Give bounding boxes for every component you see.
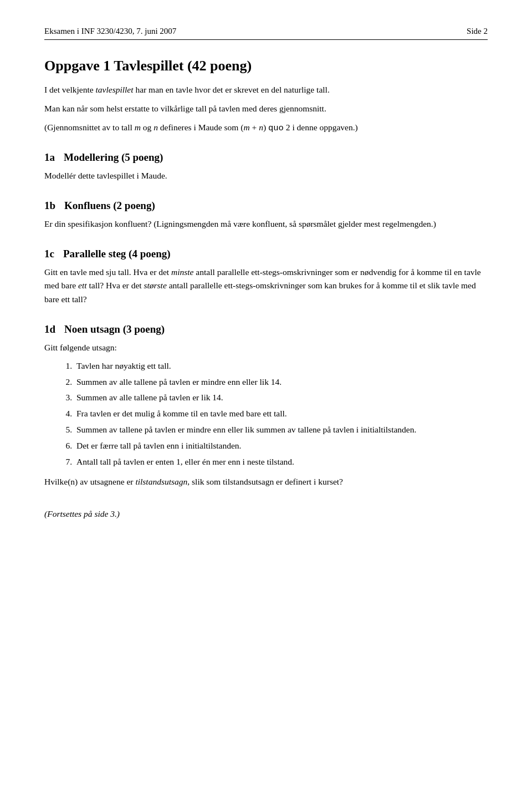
subsection-1a-body: Modellér dette tavlespillet i Maude. <box>44 169 488 183</box>
list-item: 1. Tavlen har nøyaktig ett tall. <box>62 359 488 373</box>
subsection-1b-body: Er din spesifikasjon konfluent? (Ligning… <box>44 217 488 231</box>
subsection-1d-title: 1d Noen utsagn (3 poeng) <box>44 323 488 335</box>
list-content-5: Summen av tallene på tavlen er mindre en… <box>76 423 488 437</box>
subsection-1a: 1a Modellering (5 poeng) Modellér dette … <box>44 151 488 183</box>
subsection-1a-label: 1a <box>44 151 55 164</box>
header-title: Eksamen i INF 3230/4230, 7. juni 2007 <box>44 27 176 36</box>
header-page: Side 2 <box>467 27 488 36</box>
subsection-1a-title: 1a Modellering (5 poeng) <box>44 151 488 164</box>
list-item: 7. Antall tall på tavlen er enten 1, ell… <box>62 455 488 469</box>
list-num-5: 5. <box>62 423 72 437</box>
subsection-1b: 1b Konfluens (2 poeng) Er din spesifikas… <box>44 200 488 231</box>
list-num-2: 2. <box>62 375 72 389</box>
intro-p3: (Gjennomsnittet av to tall m og n define… <box>44 121 488 135</box>
utsagn-list: 1. Tavlen har nøyaktig ett tall. 2. Summ… <box>62 359 488 469</box>
list-num-7: 7. <box>62 455 72 469</box>
list-item: 5. Summen av tallene på tavlen er mindre… <box>62 423 488 437</box>
list-num-6: 6. <box>62 439 72 453</box>
list-content-4: Fra tavlen er det mulig å komme til en t… <box>76 407 488 421</box>
list-content-2: Summen av alle tallene på tavlen er mind… <box>76 375 488 389</box>
subsection-1d-label: 1d <box>44 323 55 335</box>
list-num-3: 3. <box>62 391 72 405</box>
subsection-1d-heading: Noen utsagn (3 poeng) <box>64 323 165 335</box>
intro-p2: Man kan når som helst erstatte to vilkår… <box>44 102 488 115</box>
page-header: Eksamen i INF 3230/4230, 7. juni 2007 Si… <box>44 27 488 40</box>
subsection-1a-heading: Modellering (5 poeng) <box>64 151 163 164</box>
list-content-6: Det er færre tall på tavlen enn i initia… <box>76 439 488 453</box>
list-item: 4. Fra tavlen er det mulig å komme til e… <box>62 407 488 421</box>
subsection-1c-label: 1c <box>44 248 54 260</box>
list-item: 3. Summen av alle tallene på tavlen er l… <box>62 391 488 405</box>
subsection-1c: 1c Parallelle steg (4 poeng) Gitt en tav… <box>44 248 488 307</box>
subsection-1c-body: Gitt en tavle med sju tall. Hva er det m… <box>44 266 488 307</box>
list-num-4: 4. <box>62 407 72 421</box>
subsection-1b-label: 1b <box>44 200 55 212</box>
list-content-3: Summen av alle tallene på tavlen er lik … <box>76 391 488 405</box>
list-content-7: Antall tall på tavlen er enten 1, eller … <box>76 455 488 469</box>
subsection-1c-heading: Parallelle steg (4 poeng) <box>63 248 171 260</box>
subsection-1b-title: 1b Konfluens (2 poeng) <box>44 200 488 212</box>
list-num-1: 1. <box>62 359 72 373</box>
subsection-1d-closing: Hvilke(n) av utsagnene er tilstandsutsag… <box>44 475 488 489</box>
subsection-1c-title: 1c Parallelle steg (4 poeng) <box>44 248 488 260</box>
main-section-title: Oppgave 1 Tavlespillet (42 poeng) <box>44 58 488 74</box>
list-item: 6. Det er færre tall på tavlen enn i ini… <box>62 439 488 453</box>
page: Eksamen i INF 3230/4230, 7. juni 2007 Si… <box>0 0 532 794</box>
subsection-1b-heading: Konfluens (2 poeng) <box>64 200 155 212</box>
footer-note: (Fortsettes på side 3.) <box>44 509 488 519</box>
list-item: 2. Summen av alle tallene på tavlen er m… <box>62 375 488 389</box>
subsection-1d: 1d Noen utsagn (3 poeng) Gitt følgende u… <box>44 323 488 489</box>
subsection-1d-intro: Gitt følgende utsagn: <box>44 341 488 355</box>
list-content-1: Tavlen har nøyaktig ett tall. <box>76 359 488 373</box>
intro-p1: I det velkjente tavlespillet har man en … <box>44 83 488 96</box>
